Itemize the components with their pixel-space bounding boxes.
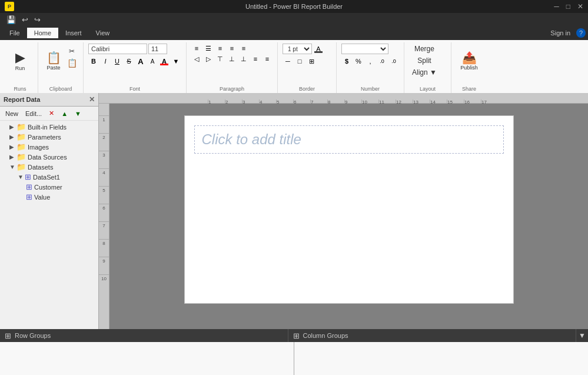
merge-button[interactable]: Merge xyxy=(409,44,440,54)
align-right-button[interactable]: ≡ xyxy=(215,44,225,53)
folder-icon-datasets: 📁 xyxy=(16,162,26,171)
panel-toolbar: New Edit... ✕ ▲ ▼ xyxy=(0,107,98,121)
edit-data-button[interactable]: Edit... xyxy=(22,109,45,118)
expander-data-sources: ▶ xyxy=(9,154,16,160)
tree-item-value[interactable]: ⊞ Value xyxy=(0,192,98,202)
run-button[interactable]: ▶ Run xyxy=(7,44,33,79)
tree-item-data-sources[interactable]: ▶ 📁 Data Sources xyxy=(0,152,98,162)
increase-decimal-button[interactable]: .0 xyxy=(377,57,387,66)
ruler-mark-13: 13 xyxy=(413,99,430,103)
canvas-scroll-area[interactable]: 1 2 3 4 5 6 7 8 9 10 Click to add title xyxy=(99,104,588,329)
paint-bucket-button[interactable]: ⊞ xyxy=(306,57,317,66)
field-icon-value: ⊞ xyxy=(26,193,32,201)
expander-datasets: ▼ xyxy=(9,164,16,170)
strikethrough-button[interactable]: S xyxy=(124,57,134,66)
undo-button[interactable]: ↩ xyxy=(20,15,30,25)
border-weight-select[interactable]: 1 pt xyxy=(283,44,312,54)
expander-dataset1: ▼ xyxy=(18,174,25,180)
dollar-button[interactable]: $ xyxy=(341,57,352,66)
tree-item-parameters[interactable]: ▶ 📁 Parameters xyxy=(0,132,98,142)
redo-button[interactable]: ↪ xyxy=(32,15,42,25)
column-groups-tab[interactable]: ⊞ Column Groups xyxy=(288,329,577,342)
align-dropdown-button[interactable]: Align ▼ xyxy=(409,67,440,78)
decrease-decimal-button[interactable]: .0 xyxy=(388,57,399,66)
split-button[interactable]: Split xyxy=(409,55,440,66)
close-button[interactable]: ✕ xyxy=(577,2,583,11)
ruler-mark-7: 7 xyxy=(310,99,327,103)
number-list-button[interactable]: ≡ xyxy=(238,44,249,53)
quick-access-toolbar: 💾 ↩ ↪ xyxy=(0,13,588,26)
shrink-font-button[interactable]: A xyxy=(147,57,158,66)
cut-button[interactable]: ✂ xyxy=(65,46,78,57)
bullet-list-button[interactable]: ≡ xyxy=(227,44,237,53)
underline-button[interactable]: U xyxy=(112,57,122,66)
help-button[interactable]: ? xyxy=(576,28,586,38)
panel-header: Report Data ✕ xyxy=(0,93,98,107)
number-format-select[interactable] xyxy=(341,44,388,54)
ribbon-group-layout: Merge Split Align ▼ Layout xyxy=(404,42,451,93)
tab-insert[interactable]: Insert xyxy=(58,28,89,38)
tab-home[interactable]: Home xyxy=(27,28,58,38)
tree-item-builtin-fields[interactable]: ▶ 📁 Built-in Fields xyxy=(0,122,98,132)
font-size-input[interactable] xyxy=(148,44,167,54)
bold-button[interactable]: B xyxy=(88,57,99,66)
columns-button[interactable]: ≡ xyxy=(262,54,273,64)
comma-button[interactable]: , xyxy=(365,57,376,66)
new-data-button[interactable]: New xyxy=(2,109,21,118)
percent-button[interactable]: % xyxy=(353,57,364,66)
align-center-button[interactable]: ☰ xyxy=(203,44,214,53)
tree-item-dataset1[interactable]: ▼ ⊞ DataSet1 xyxy=(0,172,98,182)
sign-in-link[interactable]: Sign in xyxy=(550,29,570,36)
valign-top-button[interactable]: ⊤ xyxy=(215,54,225,64)
tree-item-datasets[interactable]: ▼ 📁 Datasets xyxy=(0,162,98,172)
tree-item-images[interactable]: ▶ 📁 Images xyxy=(0,142,98,152)
row-groups-tab[interactable]: ⊞ Row Groups xyxy=(0,329,288,342)
valign-bot-button[interactable]: ⊥ xyxy=(238,54,249,64)
main-area: Report Data ✕ New Edit... ✕ ▲ ▼ ▶ 📁 Buil… xyxy=(0,93,588,329)
ruler-left-mark-10: 10 xyxy=(99,274,109,292)
paste-button[interactable]: 📋 Paste xyxy=(43,44,64,79)
ruler-left-mark-9: 9 xyxy=(99,257,109,274)
publish-button[interactable]: 📤 Publish xyxy=(456,44,482,79)
increase-indent-button[interactable]: ▷ xyxy=(203,54,214,64)
save-button[interactable]: 💾 xyxy=(5,15,18,25)
tab-view[interactable]: View xyxy=(89,28,117,38)
border-color-button[interactable]: A xyxy=(313,44,324,54)
maximize-button[interactable]: □ xyxy=(566,2,570,11)
delete-data-button[interactable]: ✕ xyxy=(46,108,57,118)
highlight-color-button[interactable]: ▼ xyxy=(171,57,181,66)
bottom-panel-collapse-button[interactable]: ▼ xyxy=(576,329,588,342)
copy-button[interactable]: 📋 xyxy=(65,58,78,68)
line-spacing-button[interactable]: ≡ xyxy=(250,54,261,64)
font-name-input[interactable] xyxy=(88,44,147,54)
move-up-button[interactable]: ▲ xyxy=(58,109,71,118)
title-placeholder[interactable]: Click to add title xyxy=(194,125,504,154)
report-canvas[interactable]: Click to add title xyxy=(109,104,588,329)
ruler-mark-1: 1 xyxy=(208,99,225,103)
panel-close-button[interactable]: ✕ xyxy=(89,95,95,104)
decrease-indent-button[interactable]: ◁ xyxy=(191,54,202,64)
folder-icon-data-sources: 📁 xyxy=(16,152,26,161)
app-icon: P xyxy=(5,2,14,11)
folder-icon-images: 📁 xyxy=(16,142,26,151)
ruler-mark-4: 4 xyxy=(259,99,276,103)
tab-file[interactable]: File xyxy=(2,28,27,38)
italic-button[interactable]: I xyxy=(100,57,111,66)
border-outline-button[interactable]: □ xyxy=(294,57,305,66)
expander-builtin: ▶ xyxy=(9,124,16,130)
align-left-button[interactable]: ≡ xyxy=(191,44,202,53)
border-style-button[interactable]: ─ xyxy=(283,57,293,66)
minimize-button[interactable]: ─ xyxy=(554,2,559,11)
report-page[interactable]: Click to add title xyxy=(184,115,514,304)
column-groups-icon: ⊞ xyxy=(293,331,300,340)
ribbon-tabs: File Home Insert View Sign in ? xyxy=(0,26,588,40)
ruler-mark-2: 2 xyxy=(225,99,242,103)
move-down-button[interactable]: ▼ xyxy=(72,109,84,118)
run-icon: ▶ xyxy=(15,51,25,64)
ruler-mark-8: 8 xyxy=(327,99,344,103)
grow-font-button[interactable]: A xyxy=(135,57,146,66)
valign-mid-button[interactable]: ⊥ xyxy=(227,54,237,64)
expander-parameters: ▶ xyxy=(9,134,16,140)
font-color-button[interactable]: A xyxy=(159,57,170,66)
tree-item-customer[interactable]: ⊞ Customer xyxy=(0,182,98,192)
